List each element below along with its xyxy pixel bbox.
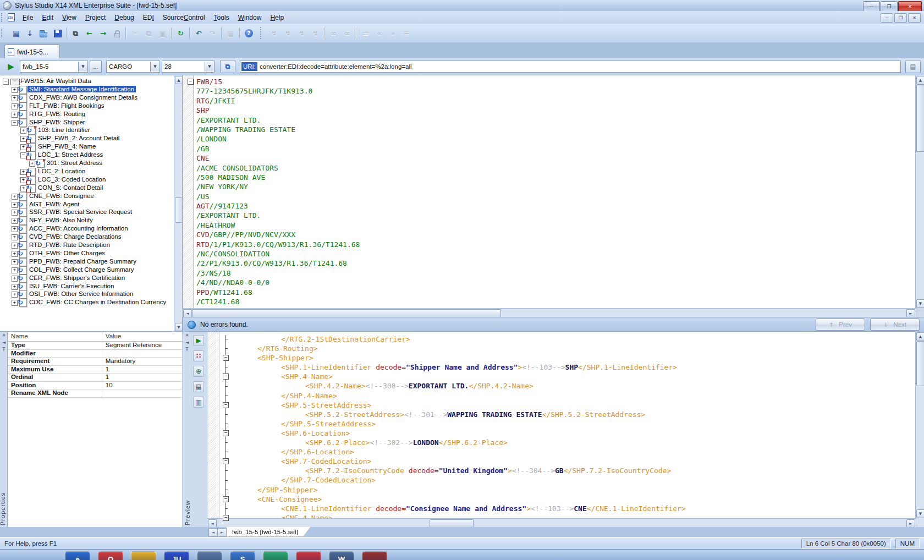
tree-expand-toggle[interactable]: +: [12, 300, 18, 306]
import-document-button[interactable]: ↓: [24, 27, 36, 40]
menu-window[interactable]: Window: [234, 12, 266, 23]
taskbar-app-10-icon[interactable]: [362, 551, 387, 560]
tree-expand-toggle[interactable]: +: [20, 136, 26, 142]
tree-item[interactable]: +CON_S: Contact Detail: [0, 184, 174, 192]
preview-tab-active[interactable]: fwb_15-5 [fwd-15-5.sef]: [227, 527, 310, 536]
close-icon[interactable]: ✕: [2, 333, 6, 338]
uri-input[interactable]: URI: converter:EDI:decode=attribute:elem…: [240, 61, 901, 73]
scroll-up-icon[interactable]: ▲: [916, 332, 924, 341]
tree-item[interactable]: +CDX_FWB: AWB Consignment Details: [0, 94, 174, 102]
scrollbar-thumb[interactable]: [430, 519, 474, 528]
breakpoints-button[interactable]: ∷: [193, 350, 204, 361]
fold-toggle[interactable]: −: [223, 402, 229, 408]
chevron-down-icon[interactable]: ▼: [150, 62, 160, 72]
tree-expand-toggle[interactable]: −: [20, 152, 26, 158]
document-button[interactable]: ▤: [193, 381, 204, 392]
version-select[interactable]: 28 ▼: [162, 61, 215, 73]
edi-vertical-scrollbar[interactable]: ▲ ▼: [915, 75, 924, 309]
refresh-button[interactable]: ↻: [174, 27, 187, 40]
fold-toggle[interactable]: −: [223, 430, 229, 436]
fold-toggle[interactable]: −: [223, 496, 229, 502]
tab-fwd-15-5[interactable]: fwd-15-5...: [4, 45, 60, 59]
tree-expand-toggle[interactable]: +: [12, 276, 18, 282]
chevron-down-icon[interactable]: ▼: [205, 62, 214, 72]
taskbar-app-2-icon[interactable]: O: [98, 551, 123, 560]
tree-item[interactable]: +RTD_FWB: Rate Description: [0, 241, 174, 249]
tree-item[interactable]: +LOC_2: Location: [0, 167, 174, 175]
tree-item[interactable]: −SHP_FWB: Shipper: [0, 118, 174, 127]
property-row[interactable]: Ordinal1: [8, 374, 182, 382]
fold-toggle[interactable]: −: [223, 515, 229, 521]
tree-expand-toggle[interactable]: +: [12, 103, 18, 109]
tree-item[interactable]: +CER_FWB: Shipper's Certification: [0, 274, 174, 282]
pin-icon[interactable]: Ŧ: [3, 348, 6, 352]
scroll-right-icon[interactable]: ►: [906, 309, 915, 317]
tree-expand-toggle[interactable]: +: [20, 185, 26, 191]
tree-expand-toggle[interactable]: +: [29, 161, 35, 167]
tree-expand-toggle[interactable]: +: [12, 267, 18, 273]
scrollbar-thumb[interactable]: [916, 85, 924, 152]
outdent-button[interactable]: «: [373, 27, 386, 40]
profiler-button[interactable]: ↯: [309, 27, 322, 40]
copy-document-button[interactable]: ⧉: [69, 27, 82, 40]
tree-expand-toggle[interactable]: +: [12, 243, 18, 249]
property-row[interactable]: RequirementMandatory: [8, 358, 182, 366]
schema-button[interactable]: ⊕: [193, 366, 204, 377]
cut-button[interactable]: ✂: [129, 27, 141, 40]
dock-arrow-icon[interactable]: ◄: [185, 341, 189, 345]
new-edi-document-button[interactable]: ▤: [10, 27, 23, 40]
scroll-up-icon[interactable]: ▲: [175, 76, 183, 84]
fold-toggle[interactable]: −: [223, 374, 229, 380]
copy-button[interactable]: ⧉: [142, 27, 155, 40]
menu-edi[interactable]: EDI: [139, 12, 158, 23]
tree-item[interactable]: +AGT_FWB: Agent: [0, 200, 174, 208]
lock-button[interactable]: [111, 27, 123, 40]
tree-expand-toggle[interactable]: +: [20, 144, 26, 150]
tab-scroll-left-icon[interactable]: ◄: [208, 528, 218, 537]
tree-item[interactable]: +CVD_FWB: Charge Declarations: [0, 233, 174, 241]
tree-item[interactable]: +CNE_FWB: Consignee: [0, 192, 174, 200]
tree-item[interactable]: +COL_FWB: Collect Charge Summary: [0, 266, 174, 274]
close-button[interactable]: ✕: [898, 1, 922, 12]
scroll-left-icon[interactable]: ◄: [183, 309, 192, 317]
scrollbar-thumb[interactable]: [175, 197, 183, 223]
taskbar-app-5-icon[interactable]: [197, 551, 222, 560]
open-folder-button[interactable]: [37, 27, 50, 40]
print-button[interactable]: ▦: [224, 27, 237, 40]
xml-vertical-scrollbar[interactable]: ▲ ▼: [915, 331, 924, 528]
mdi-minimize-button[interactable]: ─: [881, 13, 893, 23]
undo-button[interactable]: ↶: [193, 27, 205, 40]
tree-expand-toggle[interactable]: +: [12, 218, 18, 224]
browse-scenario-button[interactable]: ...: [90, 61, 102, 73]
fold-toggle[interactable]: −: [223, 355, 229, 361]
tree-item[interactable]: +SHP_FWB_2: Account Detail: [0, 134, 174, 142]
tree-item[interactable]: +SHP_FWB_4: Name: [0, 142, 174, 151]
scrollbar-thumb[interactable]: [192, 309, 501, 317]
xslt-mapper-button[interactable]: ↯: [268, 27, 280, 40]
menu-file[interactable]: File: [18, 12, 37, 23]
restore-button[interactable]: ❐: [881, 1, 898, 12]
fold-toggle[interactable]: −: [188, 79, 194, 85]
menu-view[interactable]: View: [58, 12, 81, 23]
mdi-restore-button[interactable]: ❐: [894, 13, 907, 23]
close-icon[interactable]: ✕: [185, 333, 189, 338]
scroll-down-icon[interactable]: ▼: [916, 509, 924, 518]
property-row[interactable]: TypeSegment Reference: [8, 342, 182, 350]
help-button[interactable]: ?: [243, 27, 255, 40]
taskbar-app-4-icon[interactable]: JU: [164, 551, 189, 560]
menu-project[interactable]: Project: [81, 12, 110, 23]
pin-icon[interactable]: Ŧ: [186, 348, 189, 352]
taskbar-app-1-icon[interactable]: e: [65, 551, 90, 560]
run-preview-button[interactable]: ▶: [193, 335, 204, 346]
tree-expand-toggle[interactable]: +: [12, 226, 18, 232]
dial ect-select[interactable]: CARGO ▼: [106, 61, 160, 73]
tree-item[interactable]: +PPD_FWB: Prepaid Charge Summary: [0, 257, 174, 266]
convert-to-edi-button[interactable]: →: [97, 27, 109, 40]
tree-expand-toggle[interactable]: +: [20, 169, 26, 175]
tree-expand-toggle[interactable]: +: [12, 210, 18, 216]
debug-run-button[interactable]: ↯: [295, 27, 308, 40]
tree-item[interactable]: +NFY_FWB: Also Notify: [0, 216, 174, 224]
tree-expand-toggle[interactable]: +: [12, 251, 18, 257]
tree-expand-toggle[interactable]: +: [12, 234, 18, 240]
tree-item[interactable]: +OSI_FWB: Other Service Information: [0, 290, 174, 298]
